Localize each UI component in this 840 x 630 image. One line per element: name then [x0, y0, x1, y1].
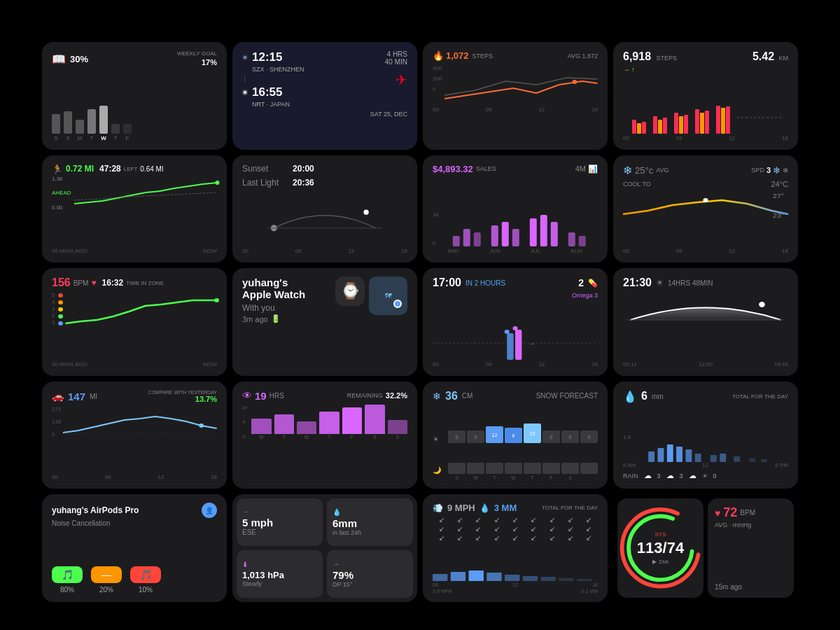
- windspeed-total-label: TOTAL FOR THE DAY: [542, 505, 598, 512]
- screen-hrs: 19: [255, 390, 267, 402]
- drive-compare: COMPARE WITH YESTERDAY: [148, 390, 217, 395]
- flight-arr-city: NRT · JAPAN: [252, 101, 304, 108]
- book-icon: 📖: [52, 52, 66, 66]
- ac-spd-val: 3: [766, 166, 771, 174]
- flight-dep-time: 12:15: [252, 50, 282, 64]
- svg-point-0: [573, 80, 578, 84]
- flight-widget: 12:15 SZX · SHENZHEN 16:55 NRT · JAPAN 4…: [232, 42, 417, 150]
- svg-rect-6: [663, 118, 667, 134]
- svg-rect-51: [658, 448, 664, 462]
- wind-widget: → 5 mph ESE 💧 6mm in last 24h ⬇ 1,013 hP…: [232, 494, 417, 602]
- svg-rect-9: [684, 115, 688, 134]
- svg-rect-30: [568, 232, 575, 246]
- wind-speed-widget: 💨 9 MPH 💧 3 MM TOTAL FOR THE DAY ↙ ↙ ↙ ↙…: [423, 494, 608, 602]
- reading-percent: 30%: [70, 54, 88, 64]
- meds-time: 17:00: [433, 276, 461, 289]
- svg-rect-14: [721, 108, 725, 134]
- flight-arr-time: 16:55: [252, 85, 282, 99]
- flight-mins: 40 MIN: [385, 58, 407, 66]
- steps-label: STEPS: [472, 52, 493, 59]
- svg-point-40: [215, 298, 220, 302]
- airpods-case-pct: 20%: [99, 586, 113, 594]
- svg-rect-15: [726, 106, 730, 134]
- svg-rect-58: [734, 456, 740, 462]
- heart-time-ago: 30 MINS AGO: [52, 361, 88, 368]
- wind-dp: 79%: [332, 569, 407, 581]
- flight-dep-city: SZX · SHENZHEN: [252, 66, 304, 73]
- daylight-hrs: 14HRS 48MIN: [668, 279, 713, 287]
- drive-widget: 🚗 147 MI COMPARE WITH YESTERDAY 13.7% 27…: [42, 382, 227, 489]
- heart-now: NOW: [203, 361, 217, 368]
- svg-rect-65: [505, 575, 519, 581]
- steps2-value: 6,918: [623, 50, 651, 62]
- svg-point-49: [200, 424, 204, 428]
- drive-pct: 13.7%: [148, 395, 217, 403]
- svg-rect-56: [710, 455, 717, 462]
- svg-point-35: [59, 293, 64, 298]
- watch-title2: Apple Watch: [242, 288, 305, 300]
- steps-avg: AVG 1,872: [568, 52, 598, 59]
- sales-amount: $4,893.32: [433, 164, 473, 174]
- svg-rect-42: [507, 333, 513, 360]
- sales-label: SALES: [476, 165, 496, 172]
- airpods-right-pct: 10%: [139, 586, 153, 594]
- screen-hrs-label: HRS: [270, 392, 284, 400]
- bp-bpm: 72: [723, 505, 737, 520]
- svg-point-37: [59, 307, 64, 312]
- svg-rect-29: [551, 222, 558, 246]
- svg-rect-55: [695, 454, 701, 462]
- airpods-title: yuhang's AirPods Pro: [52, 505, 139, 515]
- run-widget: 🏃 0.72 MI 47:28 LEFT 0.64 MI 1.36 AHEAD …: [42, 155, 227, 263]
- sunset-widget: Sunset 20:00 Last Light 20:36: [232, 155, 417, 263]
- lastlight-label: Last Light: [242, 178, 279, 188]
- svg-rect-52: [667, 444, 673, 462]
- snow-widget: ❄ 36 CM SNOW FORECAST ☀ 0 0 12 8 16 0 0 …: [423, 382, 608, 489]
- meds-widget: 17:00 IN 2 HOURS 2 💊 Omega 3 → 00061218: [423, 268, 608, 376]
- wind-dir: ESE: [242, 528, 317, 536]
- steps-value: 1,072: [446, 50, 469, 61]
- steps2-label: STEPS: [657, 55, 678, 62]
- svg-point-38: [59, 314, 64, 318]
- svg-rect-3: [642, 122, 646, 134]
- wind-range2: 0-1 MM: [581, 589, 598, 594]
- daylight-noon: 12:00: [699, 361, 713, 368]
- svg-rect-13: [716, 106, 720, 134]
- rain-total-label: TOTAL FOR THE DAY: [732, 393, 788, 400]
- flight-duration: 4 HRS: [385, 50, 407, 58]
- bp-bpm-label: BPM: [740, 509, 755, 517]
- daylight-time: 21:30: [623, 276, 652, 289]
- svg-rect-2: [637, 123, 641, 134]
- svg-rect-69: [577, 579, 592, 581]
- svg-point-48: [759, 302, 765, 307]
- svg-text:→: →: [528, 340, 536, 347]
- meds-in-hours: IN 2 HOURS: [465, 279, 505, 287]
- svg-rect-63: [468, 570, 483, 581]
- svg-rect-4: [653, 116, 657, 134]
- wind-range1: 3-9 MPH: [433, 589, 452, 594]
- svg-point-36: [59, 300, 64, 304]
- run-left-val: 0.64 MI: [140, 165, 163, 173]
- svg-rect-50: [648, 451, 654, 462]
- run-time: 47:28: [99, 164, 121, 174]
- goal-value: 17%: [177, 57, 217, 67]
- daylight-sunset: 19:49: [774, 361, 788, 368]
- reading-widget: 📖 30% WEEKLY GOAL 17% S S M T: [42, 42, 227, 150]
- rain-mm-label: mm: [652, 393, 664, 400]
- meds-count: 2: [578, 277, 584, 288]
- svg-rect-62: [451, 572, 465, 581]
- svg-rect-11: [700, 113, 704, 134]
- svg-rect-27: [530, 218, 537, 246]
- svg-rect-28: [540, 215, 547, 246]
- screen-remaining: REMAINING: [347, 392, 383, 399]
- svg-text:27°: 27°: [773, 192, 784, 199]
- bp-avg-label: AVG · mmHg: [715, 522, 787, 528]
- svg-point-45: [512, 326, 517, 330]
- svg-rect-67: [540, 577, 555, 581]
- wind-pressure: 1,013 hPa: [242, 570, 317, 580]
- km-value: 5.42: [752, 50, 774, 62]
- svg-rect-21: [453, 236, 460, 246]
- svg-rect-68: [559, 578, 573, 581]
- heart-zone-label: TIME IN ZONE: [126, 280, 164, 286]
- run-distance: 0.72 MI: [66, 164, 94, 174]
- ac-spd-label: SPD: [751, 167, 764, 174]
